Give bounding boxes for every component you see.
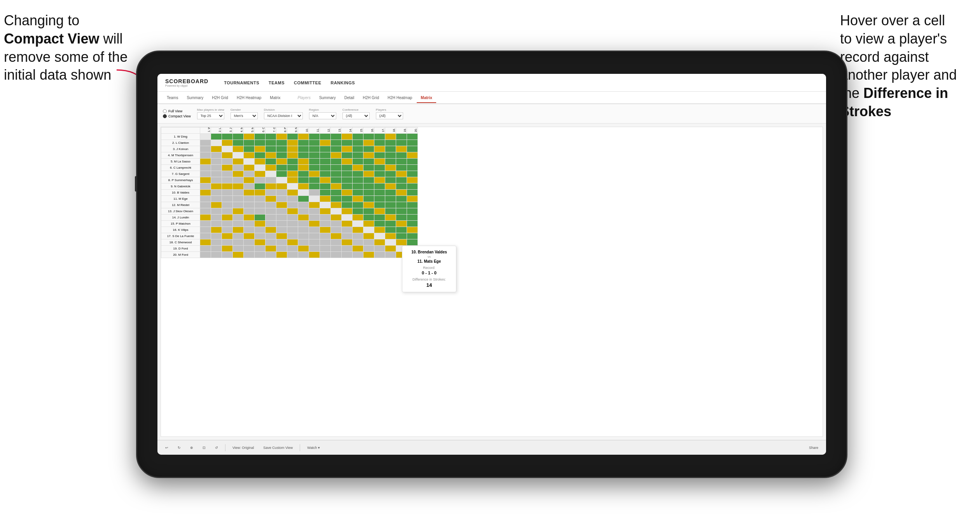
matrix-cell[interactable] [298,202,309,208]
matrix-cell[interactable] [244,146,255,152]
matrix-cell[interactable] [331,202,342,208]
matrix-cell[interactable] [255,190,266,196]
matrix-cell[interactable] [255,146,266,152]
matrix-cell[interactable] [222,233,233,239]
matrix-cell[interactable] [374,171,385,177]
matrix-cell[interactable] [320,183,331,190]
matrix-cell[interactable] [298,215,309,221]
matrix-cell[interactable] [266,246,276,252]
matrix-cell[interactable] [385,196,396,202]
matrix-cell[interactable] [276,134,287,140]
matrix-cell[interactable] [309,183,320,190]
matrix-cell[interactable] [244,165,255,171]
matrix-cell[interactable] [233,215,244,221]
matrix-cell[interactable] [211,239,222,246]
matrix-cell[interactable] [244,246,255,252]
matrix-cell[interactable] [233,246,244,252]
matrix-cell[interactable] [385,221,396,227]
matrix-cell[interactable] [211,177,222,183]
matrix-cell[interactable] [200,196,211,202]
matrix-cell[interactable] [385,202,396,208]
matrix-cell[interactable] [222,221,233,227]
matrix-cell[interactable] [276,215,287,221]
matrix-cell[interactable] [244,134,255,140]
matrix-cell[interactable] [385,134,396,140]
matrix-cell[interactable] [363,190,374,196]
matrix-cell[interactable] [396,177,407,183]
matrix-cell[interactable] [222,227,233,233]
matrix-cell[interactable] [200,171,211,177]
matrix-cell[interactable] [342,215,353,221]
matrix-cell[interactable] [266,140,276,146]
matrix-cell[interactable] [222,202,233,208]
matrix-cell[interactable] [276,227,287,233]
matrix-cell[interactable] [363,134,374,140]
matrix-cell[interactable] [331,221,342,227]
matrix-cell[interactable] [244,177,255,183]
matrix-cell[interactable] [211,183,222,190]
matrix-cell[interactable] [222,239,233,246]
matrix-cell[interactable] [396,140,407,146]
matrix-cell[interactable] [309,165,320,171]
matrix-cell[interactable] [233,221,244,227]
matrix-cell[interactable] [342,246,353,252]
matrix-cell[interactable] [200,202,211,208]
matrix-cell[interactable] [320,159,331,165]
subnav-summary-right[interactable]: Summary [315,93,340,102]
matrix-cell[interactable] [407,183,418,190]
matrix-cell[interactable] [407,159,418,165]
matrix-cell[interactable] [342,208,353,215]
matrix-cell[interactable] [255,183,266,190]
matrix-cell[interactable] [396,152,407,159]
matrix-cell[interactable] [396,233,407,239]
matrix-cell[interactable] [374,215,385,221]
matrix-cell[interactable] [320,252,331,258]
matrix-cell[interactable] [331,252,342,258]
matrix-cell[interactable] [200,233,211,239]
matrix-cell[interactable] [331,227,342,233]
matrix-cell[interactable] [233,134,244,140]
matrix-cell[interactable] [353,233,363,239]
nav-tournaments[interactable]: TOURNAMENTS [224,79,259,87]
watch-button[interactable]: Watch ▾ [305,445,322,451]
matrix-cell[interactable] [374,202,385,208]
matrix-cell[interactable] [298,196,309,202]
matrix-cell[interactable] [320,134,331,140]
matrix-cell[interactable] [222,196,233,202]
matrix-cell[interactable] [331,208,342,215]
matrix-cell[interactable] [233,159,244,165]
matrix-cell[interactable] [342,183,353,190]
matrix-cell[interactable] [396,183,407,190]
matrix-cell[interactable] [320,165,331,171]
matrix-cell[interactable] [298,146,309,152]
matrix-cell[interactable] [353,190,363,196]
matrix-cell[interactable] [233,165,244,171]
matrix-cell[interactable] [396,215,407,221]
matrix-cell[interactable] [298,159,309,165]
fit-button[interactable]: ⊡ [200,445,208,451]
subnav-h2hgrid-left[interactable]: H2H Grid [208,93,232,102]
matrix-cell[interactable] [287,165,298,171]
matrix-cell[interactable] [233,227,244,233]
view-original-button[interactable]: View: Original [230,445,256,451]
matrix-cell[interactable] [396,171,407,177]
matrix-cell[interactable] [233,233,244,239]
matrix-cell[interactable] [211,227,222,233]
matrix-cell[interactable] [298,134,309,140]
matrix-cell[interactable] [244,208,255,215]
matrix-cell[interactable] [200,208,211,215]
matrix-cell[interactable] [233,252,244,258]
matrix-cell[interactable] [276,183,287,190]
matrix-cell[interactable] [374,159,385,165]
matrix-cell[interactable] [342,140,353,146]
matrix-cell[interactable] [244,196,255,202]
matrix-cell[interactable] [287,246,298,252]
matrix-cell[interactable] [200,215,211,221]
matrix-cell[interactable] [331,215,342,221]
matrix-cell[interactable] [276,165,287,171]
matrix-cell[interactable] [363,227,374,233]
matrix-cell[interactable] [331,246,342,252]
matrix-cell[interactable] [385,152,396,159]
matrix-cell[interactable] [266,208,276,215]
matrix-cell[interactable] [385,215,396,221]
